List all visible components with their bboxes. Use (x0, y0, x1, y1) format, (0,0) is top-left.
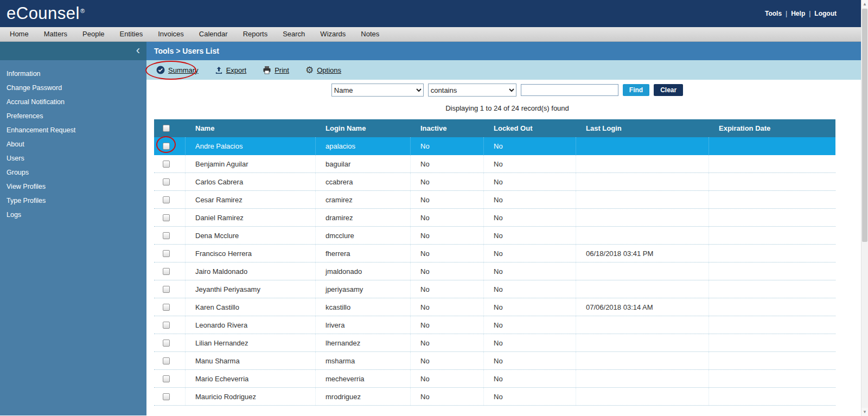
column-header-inactive[interactable]: Inactive (411, 124, 484, 132)
column-header-expiration-date[interactable]: Expiration Date (709, 124, 835, 132)
row-checkbox[interactable] (163, 268, 170, 275)
options-button[interactable]: ⚙ Options (305, 66, 341, 75)
row-expiration-date (709, 209, 835, 226)
row-checkbox[interactable] (163, 304, 170, 311)
app-header: eCounsel® Tools|Help|Logout (0, 0, 868, 27)
scrollbar-down-arrow[interactable]: ▼ (861, 408, 868, 416)
summary-button[interactable]: Summary (156, 66, 199, 74)
search-input[interactable] (521, 84, 618, 96)
row-checkbox[interactable] (163, 286, 170, 293)
sidebar-item-view-profiles[interactable]: View Profiles (0, 180, 146, 194)
row-checkbox[interactable] (163, 161, 170, 168)
row-expiration-date (709, 245, 835, 262)
table-row[interactable]: Jeyanthi Periyasamy jperiyasamy No No (154, 280, 835, 298)
row-inactive: No (411, 137, 484, 155)
record-count-status: Displaying 1 to 24 of 24 record(s) found (146, 104, 868, 113)
row-last-login (576, 334, 709, 351)
row-locked-out: No (484, 191, 576, 208)
nav-tab-search[interactable]: Search (275, 27, 312, 41)
header-link-tools[interactable]: Tools (765, 10, 782, 17)
nav-tab-wizards[interactable]: Wizards (312, 27, 353, 41)
column-header-login-name[interactable]: Login Name (316, 124, 411, 132)
row-checkbox-cell (154, 263, 186, 280)
sidebar-item-preferences[interactable]: Preferences (0, 109, 146, 123)
table-row[interactable]: Cesar Ramirez cramirez No No (154, 191, 835, 209)
row-name: Benjamin Aguilar (186, 155, 316, 172)
search-operator-select[interactable]: contains (428, 84, 516, 97)
clear-button[interactable]: Clear (654, 84, 683, 96)
row-checkbox[interactable] (163, 357, 170, 364)
row-last-login (576, 227, 709, 244)
table-row[interactable]: Manu Sharma msharma No No (154, 352, 835, 370)
column-header-name[interactable]: Name (186, 124, 316, 132)
table-row[interactable]: Lilian Hernandez lhernandez No No (154, 334, 835, 352)
nav-tab-entities[interactable]: Entities (112, 27, 151, 41)
row-locked-out: No (484, 263, 576, 280)
sidebar-collapse-button[interactable]: ‹ (0, 42, 146, 60)
row-checkbox[interactable] (163, 178, 170, 185)
row-checkbox[interactable] (163, 375, 170, 382)
row-checkbox[interactable] (163, 250, 170, 257)
sidebar-item-enhancement-request[interactable]: Enhancement Request (0, 123, 146, 137)
table-row[interactable]: Daniel Ramirez dramirez No No (154, 209, 835, 227)
table-row[interactable]: Leonardo Rivera lrivera No No (154, 316, 835, 334)
nav-tab-people[interactable]: People (75, 27, 112, 41)
table-row[interactable]: Francisco Herrera fherrera No No 06/18/2… (154, 245, 835, 263)
nav-tab-matters[interactable]: Matters (36, 27, 75, 41)
row-name: Jairo Maldonado (186, 263, 316, 280)
export-button[interactable]: Export (215, 66, 247, 74)
sidebar-item-groups[interactable]: Groups (0, 165, 146, 180)
table-row[interactable]: Mauricio Rodriguez mrodriguez No No (154, 388, 835, 406)
row-expiration-date (709, 137, 835, 155)
nav-tab-home[interactable]: Home (2, 27, 36, 41)
row-expiration-date (709, 334, 835, 351)
row-name: Andre Palacios (186, 137, 316, 155)
table-row[interactable]: Benjamin Aguilar baguilar No No (154, 155, 835, 173)
header-links: Tools|Help|Logout (765, 10, 837, 17)
row-checkbox[interactable] (163, 322, 170, 329)
row-inactive: No (411, 352, 484, 369)
sidebar-item-type-profiles[interactable]: Type Profiles (0, 194, 146, 208)
table-row[interactable]: Dena Mcclure dmcclure No No (154, 227, 835, 245)
nav-tab-calendar[interactable]: Calendar (192, 27, 235, 41)
table-row[interactable]: Jairo Maldonado jmaldonado No No (154, 263, 835, 280)
sidebar-item-about[interactable]: About (0, 137, 146, 151)
header-link-help[interactable]: Help (791, 10, 805, 17)
table-row[interactable]: Mario Echeverria mecheverria No No (154, 370, 835, 388)
sidebar-item-users[interactable]: Users (0, 151, 146, 165)
registered-mark: ® (80, 8, 85, 14)
row-checkbox-cell (154, 370, 186, 387)
row-checkbox[interactable] (163, 196, 170, 203)
nav-tab-invoices[interactable]: Invoices (150, 27, 192, 41)
row-checkbox-cell (154, 191, 186, 208)
table-row[interactable]: Karen Castillo kcastillo No No 07/06/201… (154, 298, 835, 316)
scrollbar-up-arrow[interactable]: ▲ (861, 0, 868, 8)
row-checkbox[interactable] (163, 143, 170, 150)
sidebar-item-logs[interactable]: Logs (0, 208, 146, 222)
column-header-last-login[interactable]: Last Login (576, 124, 709, 132)
search-field-select[interactable]: Name (331, 84, 424, 97)
sidebar-item-change-password[interactable]: Change Password (0, 81, 146, 95)
nav-tab-reports[interactable]: Reports (235, 27, 276, 41)
table-row[interactable]: Carlos Cabrera ccabrera No No (154, 173, 835, 191)
row-checkbox[interactable] (163, 393, 170, 400)
row-checkbox[interactable] (163, 232, 170, 239)
header-link-logout[interactable]: Logout (814, 10, 837, 17)
table-row[interactable]: Andre Palacios apalacios No No (154, 137, 835, 155)
row-checkbox[interactable] (163, 214, 170, 221)
row-checkbox[interactable] (163, 340, 170, 347)
vertical-scrollbar[interactable]: ▲ ▼ (861, 0, 868, 416)
row-inactive: No (411, 280, 484, 298)
print-button[interactable]: Print (263, 66, 289, 74)
row-last-login (576, 370, 709, 387)
row-expiration-date (709, 298, 835, 316)
sidebar-item-accrual-notification[interactable]: Accrual Notification (0, 95, 146, 109)
select-all-checkbox[interactable] (163, 125, 170, 132)
nav-tab-notes[interactable]: Notes (353, 27, 387, 41)
sidebar-item-information[interactable]: Information (0, 67, 146, 81)
column-header-locked-out[interactable]: Locked Out (484, 124, 576, 132)
find-button[interactable]: Find (623, 84, 649, 96)
row-locked-out: No (484, 209, 576, 226)
scrollbar-thumb[interactable] (862, 9, 867, 242)
row-login-name: fherrera (316, 245, 411, 262)
